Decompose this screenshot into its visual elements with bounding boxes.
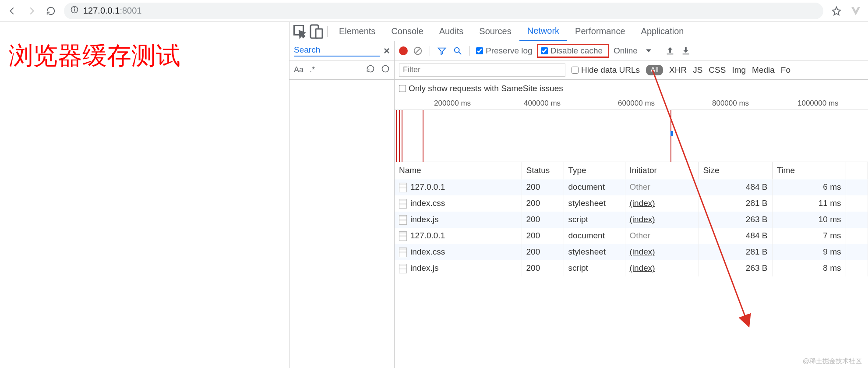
tick-label: 400000 ms: [524, 99, 561, 108]
tab-elements[interactable]: Elements: [331, 22, 383, 41]
timeline-marker-blue: [670, 131, 673, 136]
table-header-row: Name Status Type Initiator Size Time: [395, 162, 868, 179]
disable-cache-checkbox[interactable]: Disable cache: [541, 46, 603, 56]
col-type[interactable]: Type: [564, 162, 625, 179]
svg-line-10: [459, 52, 462, 54]
filter-type-js[interactable]: JS: [693, 65, 702, 75]
svg-rect-12: [683, 53, 689, 54]
tab-console[interactable]: Console: [383, 22, 431, 41]
chevron-down-icon: [646, 48, 652, 54]
samesite-label: Only show requests with SameSite issues: [409, 84, 563, 93]
initiator-link[interactable]: (index): [630, 247, 655, 256]
filter-type-css[interactable]: CSS: [709, 65, 726, 75]
reload-button[interactable]: [42, 2, 60, 20]
initiator-text: Other: [630, 231, 651, 240]
file-icon: [399, 199, 407, 209]
table-row[interactable]: index.js200script(index)263 B10 ms: [395, 212, 868, 228]
svg-rect-5: [316, 29, 322, 38]
network-panel: Preserve log Disable cache Online: [395, 41, 868, 368]
network-toolbar: Preserve log Disable cache Online: [395, 41, 868, 60]
samesite-filter-row: Only show requests with SameSite issues: [395, 80, 868, 97]
initiator-link[interactable]: (index): [630, 215, 655, 224]
svg-point-6: [382, 66, 389, 72]
upload-har-icon[interactable]: [664, 45, 676, 57]
col-waterfall[interactable]: [846, 162, 868, 179]
filter-type-all[interactable]: All: [646, 65, 663, 75]
separator: [327, 26, 328, 37]
svg-point-9: [455, 47, 459, 52]
filter-type-media[interactable]: Media: [752, 65, 775, 75]
vue-extension-icon[interactable]: [847, 2, 864, 20]
close-icon[interactable]: ×: [384, 45, 390, 57]
disable-cache-label: Disable cache: [550, 46, 603, 56]
file-icon: [399, 248, 407, 257]
svg-point-2: [74, 7, 75, 8]
clear-log-icon[interactable]: [412, 45, 423, 57]
tab-network[interactable]: Network: [519, 22, 567, 41]
separator: [658, 46, 658, 56]
throttling-select[interactable]: Online: [614, 46, 652, 56]
timeline-marker: [396, 110, 397, 162]
tab-sources[interactable]: Sources: [471, 22, 519, 41]
device-toggle-icon[interactable]: [308, 24, 324, 39]
page-viewport: 浏览器缓存测试: [0, 22, 289, 368]
separator: [430, 46, 430, 56]
browser-toolbar: 127.0.0.1:8001: [0, 0, 868, 22]
timeline-body: [395, 110, 868, 162]
filter-type-img[interactable]: Img: [732, 65, 746, 75]
table-row[interactable]: 127.0.0.1200documentOther484 B7 ms: [395, 228, 868, 244]
address-bar[interactable]: 127.0.0.1:8001: [64, 3, 823, 19]
timeline-marker: [399, 110, 400, 162]
timeline-ticks: 200000 ms 400000 ms 600000 ms 800000 ms …: [395, 97, 868, 110]
filter-icon[interactable]: [436, 45, 448, 57]
timeline-marker: [423, 110, 423, 162]
col-size[interactable]: Size: [699, 162, 772, 179]
hide-data-urls-checkbox[interactable]: Hide data URLs: [572, 65, 640, 75]
initiator-text: Other: [630, 182, 651, 191]
svg-line-8: [416, 48, 420, 53]
match-case-toggle[interactable]: Aa: [294, 65, 303, 74]
table-row[interactable]: index.js200script(index)263 B8 ms: [395, 260, 868, 276]
tab-application[interactable]: Application: [633, 22, 692, 41]
tab-performance[interactable]: Performance: [567, 22, 633, 41]
svg-rect-11: [667, 53, 674, 54]
file-icon: [399, 264, 407, 273]
table-row[interactable]: index.css200stylesheet(index)281 B9 ms: [395, 244, 868, 260]
col-initiator[interactable]: Initiator: [625, 162, 699, 179]
preserve-log-checkbox[interactable]: Preserve log: [476, 46, 533, 56]
col-status[interactable]: Status: [522, 162, 564, 179]
download-har-icon[interactable]: [680, 45, 692, 57]
network-timeline[interactable]: 200000 ms 400000 ms 600000 ms 800000 ms …: [395, 97, 868, 162]
inspect-element-icon[interactable]: [292, 24, 308, 39]
initiator-link[interactable]: (index): [630, 263, 655, 272]
file-icon: [399, 183, 407, 192]
filter-input[interactable]: [399, 64, 565, 77]
tick-label: 200000 ms: [434, 99, 471, 108]
col-name[interactable]: Name: [395, 162, 522, 179]
hide-data-urls-label: Hide data URLs: [581, 65, 640, 75]
forward-button[interactable]: [23, 2, 40, 20]
filter-type-xhr[interactable]: XHR: [669, 65, 687, 75]
table-row[interactable]: 127.0.0.1200documentOther484 B6 ms: [395, 179, 868, 195]
info-icon[interactable]: [70, 5, 79, 16]
clear-icon[interactable]: [381, 64, 390, 75]
search-icon[interactable]: [452, 45, 463, 57]
back-button[interactable]: [4, 2, 21, 20]
col-time[interactable]: Time: [772, 162, 846, 179]
samesite-checkbox[interactable]: Only show requests with SameSite issues: [399, 84, 563, 93]
initiator-link[interactable]: (index): [630, 198, 655, 208]
tab-audits[interactable]: Audits: [431, 22, 472, 41]
table-row[interactable]: index.css200stylesheet(index)281 B11 ms: [395, 195, 868, 212]
tick-label: 1000000 ms: [797, 99, 839, 108]
address-text: 127.0.0.1:8001: [83, 6, 141, 16]
search-tab-label[interactable]: Search: [294, 45, 380, 57]
tick-label: 800000 ms: [712, 99, 749, 108]
record-button[interactable]: [399, 46, 408, 55]
regex-toggle[interactable]: .*: [310, 65, 315, 74]
bookmark-star-icon[interactable]: [828, 2, 845, 20]
refresh-icon[interactable]: [366, 64, 375, 75]
throttling-value: Online: [614, 46, 638, 56]
preserve-log-label: Preserve log: [486, 46, 533, 56]
devtools-panel: Elements Console Audits Sources Network …: [289, 22, 868, 368]
filter-type-font[interactable]: Fo: [781, 65, 790, 75]
